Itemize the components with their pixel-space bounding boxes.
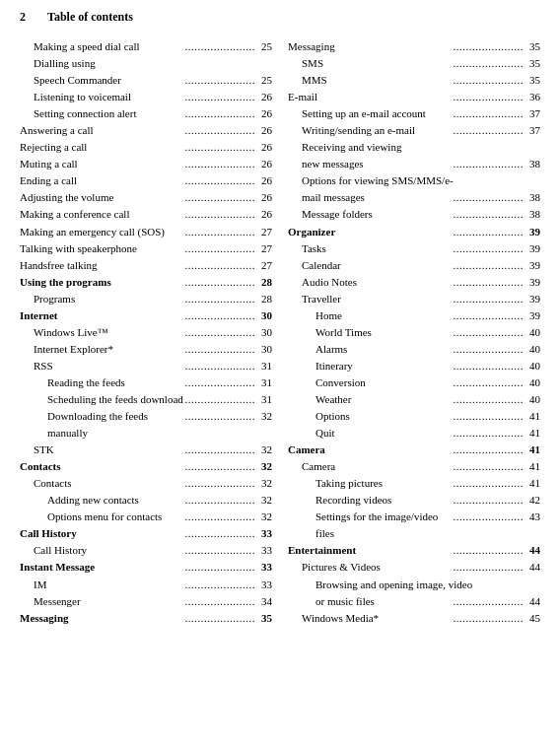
list-item: Camera ......................41 (288, 442, 540, 458)
list-item: Speech Commander ......................2… (20, 72, 272, 89)
page-title: Table of contents (47, 10, 133, 25)
list-item: Ending a call ......................26 (20, 172, 272, 189)
list-item: Using the programs .....................… (20, 274, 272, 291)
list-item: Call History ......................33 (20, 525, 272, 542)
list-item: Camera ......................41 (288, 458, 540, 475)
list-item: Making a speed dial call ...............… (20, 38, 272, 55)
list-item: Handsfree talking ......................… (20, 257, 272, 274)
left-column: Making a speed dial call ...............… (20, 38, 272, 627)
page-number: 2 (20, 10, 32, 25)
toc-columns: Making a speed dial call ...............… (20, 38, 540, 627)
list-item: Writing/sending an e-mail ..............… (288, 122, 540, 139)
list-item: Listening to voicemail .................… (20, 89, 272, 105)
list-item: Muting a call ......................26 (20, 156, 272, 172)
list-item: Instant Message ......................33 (20, 559, 272, 576)
list-item: RSS ......................31 (20, 358, 272, 374)
list-item: IM ......................33 (20, 577, 272, 593)
list-item: Downloading the feeds manually .........… (20, 408, 272, 442)
list-item: Answering a call ......................2… (20, 122, 272, 139)
list-item: E-mail ......................36 (288, 89, 540, 105)
list-item: Contacts ......................32 (20, 458, 272, 475)
list-item: Calendar ......................39 (288, 257, 540, 274)
list-item: Contacts ......................32 (20, 475, 272, 492)
list-item: Alarms ......................40 (288, 341, 540, 358)
list-item: Audio Notes ......................39 (288, 274, 540, 291)
list-item: or music files ......................44 (288, 593, 540, 610)
list-item: Windows Media* ......................45 (288, 610, 540, 627)
list-item: Pictures & Videos ......................… (288, 559, 540, 576)
list-item: Home ......................39 (288, 307, 540, 324)
list-item: Making an emergency call (SOS) .........… (20, 224, 272, 240)
list-item: Browsing and opening image, video (288, 577, 540, 593)
list-item: Scheduling the feeds download ..........… (20, 391, 272, 408)
list-item: new messages ......................38 (288, 156, 540, 172)
list-item: mail messages ......................38 (288, 189, 540, 206)
list-item: Dialling using (20, 55, 272, 72)
list-item: Receiving and viewing (288, 139, 540, 156)
list-item: Messaging ......................35 (288, 38, 540, 55)
list-item: Windows Live™ ......................30 (20, 324, 272, 341)
list-item: Talking with speakerphone ..............… (20, 240, 272, 257)
right-column: Messaging ......................35SMS ..… (288, 38, 540, 627)
list-item: Options for viewing SMS/MMS/e- (288, 172, 540, 189)
list-item: World Times ......................40 (288, 324, 540, 341)
list-item: Recording videos ......................4… (288, 492, 540, 509)
list-item: Conversion ......................40 (288, 374, 540, 391)
list-item: STK ......................32 (20, 442, 272, 458)
list-item: Quit ......................41 (288, 425, 540, 442)
list-item: Internet ......................30 (20, 307, 272, 324)
list-item: Call History ......................33 (20, 542, 272, 559)
list-item: Traveller ......................39 (288, 291, 540, 307)
list-item: Organizer ......................39 (288, 224, 540, 240)
list-item: Internet Explorer* .....................… (20, 341, 272, 358)
list-item: Taking pictures ......................41 (288, 475, 540, 492)
list-item: Entertainment ......................44 (288, 542, 540, 559)
list-item: Reading the feeds ......................… (20, 374, 272, 391)
list-item: Making a conference call ...............… (20, 206, 272, 223)
list-item: Options ......................41 (288, 408, 540, 425)
list-item: SMS ......................35 (288, 55, 540, 72)
list-item: Programs ......................28 (20, 291, 272, 307)
list-item: Itinerary ......................40 (288, 358, 540, 374)
list-item: Adjusting the volume ...................… (20, 189, 272, 206)
list-item: Setting up an e-mail account ...........… (288, 105, 540, 122)
list-item: Message folders ......................38 (288, 206, 540, 223)
page-header: 2 Table of contents (20, 10, 540, 29)
list-item: Options menu for contacts ..............… (20, 509, 272, 525)
list-item: Setting connection alert ...............… (20, 105, 272, 122)
list-item: Messaging ......................35 (20, 610, 272, 627)
list-item: Adding new contacts ....................… (20, 492, 272, 509)
list-item: Weather ......................40 (288, 391, 540, 408)
list-item: Settings for the image/video files .....… (288, 509, 540, 542)
list-item: Rejecting a call ......................2… (20, 139, 272, 156)
list-item: Messenger ......................34 (20, 593, 272, 610)
toc-page: 2 Table of contents Making a speed dial … (0, 0, 560, 637)
list-item: Tasks ......................39 (288, 240, 540, 257)
list-item: MMS ......................35 (288, 72, 540, 89)
